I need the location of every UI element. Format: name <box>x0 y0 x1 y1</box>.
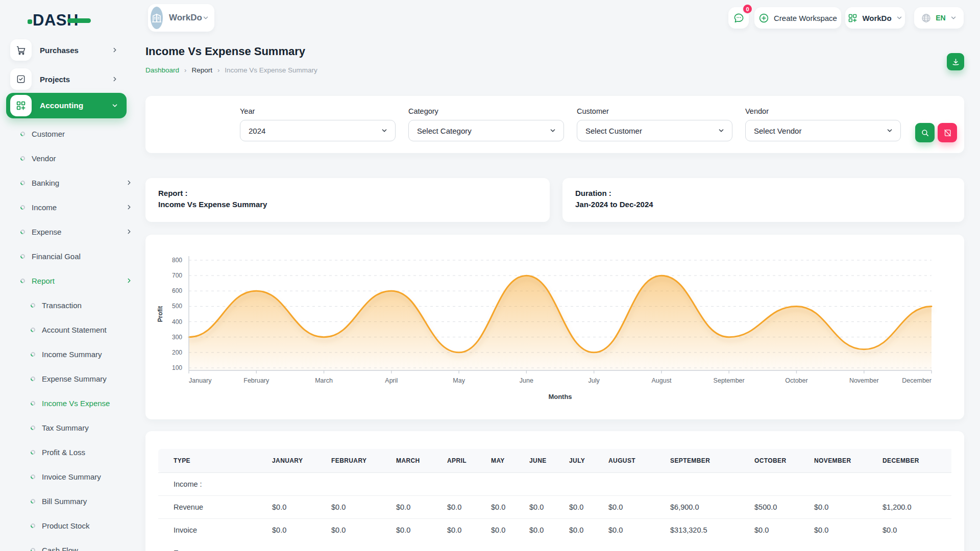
x-tick-label: July <box>589 377 600 384</box>
sidebar-item-expense-summary[interactable]: Expense Summary <box>31 372 157 385</box>
sidebar-item-account-statement[interactable]: Account Statement <box>31 323 157 336</box>
breadcrumb-item-report[interactable]: Report <box>191 66 212 74</box>
sidebar-item-label: Profit & Loss <box>42 448 85 457</box>
sidebar-item-product-stock[interactable]: Product Stock <box>31 519 157 532</box>
vendor-select[interactable]: Select Vendor <box>745 120 901 141</box>
download-button[interactable] <box>947 53 964 70</box>
page-title: Income Vs Expense Summary <box>145 45 964 58</box>
sidebar-item-financial-goal[interactable]: Financial Goal <box>20 250 147 262</box>
sidebar-item-income[interactable]: Income <box>20 201 147 213</box>
sidebar-item-purchases[interactable]: Purchases <box>6 38 127 62</box>
cell-value: $0.0 <box>272 518 331 541</box>
bullet-icon <box>30 424 36 431</box>
cell-value: $0.0 <box>331 495 396 518</box>
search-button[interactable] <box>915 123 935 142</box>
filter-field-category: Category Select Category <box>408 107 564 141</box>
cell-value: $500.0 <box>754 495 814 518</box>
cell-value: $0.0 <box>529 495 569 518</box>
sidebar-item-banking[interactable]: Banking <box>20 177 147 189</box>
sidebar-item-expense[interactable]: Expense <box>20 226 147 238</box>
breadcrumb: Dashboard›Report›Income Vs Expense Summa… <box>145 65 964 75</box>
logo-accent-dot <box>28 19 32 24</box>
logo-accent-bar <box>67 18 91 23</box>
sidebar-item-transaction[interactable]: Transaction <box>31 299 157 311</box>
language-selector[interactable]: EN <box>914 7 964 29</box>
section-label: Income : <box>158 472 951 495</box>
chat-icon <box>733 12 745 24</box>
chevron-down-icon <box>111 102 118 109</box>
cell-value: $0.0 <box>814 495 883 518</box>
column-header-december: DECEMBER <box>883 449 951 472</box>
column-header-february: FEBRUARY <box>331 449 396 472</box>
app-logo[interactable]: DASH <box>33 9 79 32</box>
table-section-row: Expense : <box>158 541 951 551</box>
y-tick-label: 300 <box>172 334 182 341</box>
duration-card-title: Duration : <box>575 189 952 197</box>
sidebar-item-vendor[interactable]: Vendor <box>20 152 147 164</box>
sidebar-item-profit-loss[interactable]: Profit & Loss <box>31 446 157 458</box>
sidebar-item-invoice-summary[interactable]: Invoice Summary <box>31 470 157 483</box>
cell-value: $0.0 <box>569 495 608 518</box>
sidebar-item-bill-summary[interactable]: Bill Summary <box>31 495 157 507</box>
sidebar-item-report[interactable]: Report <box>20 274 147 287</box>
cell-value: $6,900.0 <box>670 495 754 518</box>
profit-area-chart: 100200300400500600700800JanuaryFebruaryM… <box>145 235 964 411</box>
sidebar-item-income-summary[interactable]: Income Summary <box>31 348 157 360</box>
filter-field-vendor: Vendor Select Vendor <box>745 107 901 141</box>
chevron-down-icon <box>381 127 388 134</box>
bullet-icon <box>30 449 36 456</box>
table-row-invoice: Invoice$0.0$0.0$0.0$0.0$0.0$0.0$0.0$0.0$… <box>158 518 951 541</box>
column-header-april: APRIL <box>447 449 491 472</box>
cell-value: $0.0 <box>447 495 491 518</box>
profit-area-fill <box>189 276 932 370</box>
sidebar-item-tax-summary[interactable]: Tax Summary <box>31 421 157 434</box>
workdo-menu-button[interactable]: WorkDo <box>845 7 905 29</box>
create-workspace-button[interactable]: Create Workspace <box>754 7 841 29</box>
x-tick-label: November <box>849 377 879 384</box>
sidebar-item-projects[interactable]: Projects <box>6 67 127 91</box>
messages-button[interactable]: 0 <box>728 7 749 29</box>
breadcrumb-item-dashboard[interactable]: Dashboard <box>145 66 179 74</box>
chevron-down-icon <box>950 14 957 21</box>
sidebar-item-label: Income Summary <box>42 350 102 359</box>
bullet-icon <box>19 229 26 235</box>
bullet-icon <box>30 522 36 529</box>
cell-value: $0.0 <box>447 518 491 541</box>
sidebar-item-label: Expense <box>32 228 61 236</box>
cell-value: $313,320.5 <box>670 518 754 541</box>
bullet-icon <box>30 302 36 309</box>
chevron-right-icon <box>111 46 118 54</box>
chat-badge: 0 <box>742 4 753 14</box>
sidebar-item-customer[interactable]: Customer <box>20 128 147 140</box>
table-section-row: Income : <box>158 472 951 495</box>
workspace-selector[interactable]: WorkDo <box>148 4 214 32</box>
sidebar-item-label: Purchases <box>40 46 79 55</box>
search-icon <box>921 129 929 137</box>
chevron-down-icon <box>896 14 903 21</box>
year-select[interactable]: 2024 <box>240 120 396 141</box>
select-value: 2024 <box>249 127 265 135</box>
x-tick-label: October <box>785 377 807 384</box>
sidebar-item-accounting[interactable]: Accounting <box>6 93 127 118</box>
sidebar-item-label: Financial Goal <box>32 252 81 261</box>
sidebar-item-label: Vendor <box>32 154 56 163</box>
select-value: Select Customer <box>585 127 642 135</box>
customer-select[interactable]: Select Customer <box>577 120 732 141</box>
cell-value: $0.0 <box>529 518 569 541</box>
cell-value: $0.0 <box>396 518 447 541</box>
bullet-icon <box>30 327 36 333</box>
x-tick-label: September <box>714 377 745 384</box>
column-header-july: JULY <box>569 449 608 472</box>
sidebar-item-label: Account Statement <box>42 325 107 334</box>
sidebar-item-income-vs-expense[interactable]: Income Vs Expense <box>31 397 157 409</box>
sidebar-item-label: Invoice Summary <box>42 472 101 481</box>
bullet-icon <box>30 351 36 358</box>
category-select[interactable]: Select Category <box>408 120 564 141</box>
reset-button[interactable] <box>938 123 957 142</box>
sidebar-item-label: Cash Flow <box>42 546 78 551</box>
chevron-down-icon <box>886 127 893 134</box>
column-header-november: NOVEMBER <box>814 449 883 472</box>
sidebar-item-label: Projects <box>40 75 70 84</box>
filter-field-year: Year 2024 <box>240 107 396 141</box>
sidebar-item-cash-flow[interactable]: Cash Flow <box>31 544 157 551</box>
